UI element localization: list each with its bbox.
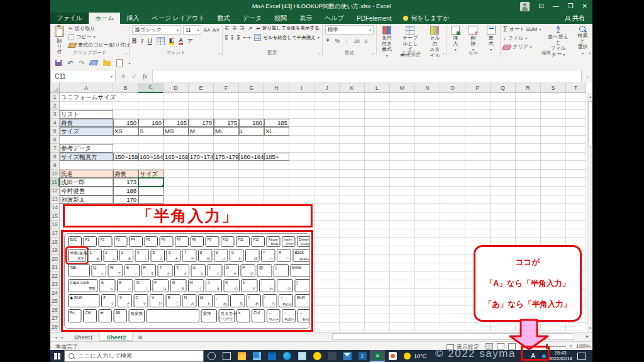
cell-P3[interactable] — [465, 110, 491, 119]
row-header-18[interactable]: 18 — [50, 238, 60, 246]
cell-I13[interactable] — [289, 195, 314, 204]
cell-M13[interactable] — [390, 195, 415, 204]
cell-H4[interactable]: 185 — [264, 119, 289, 128]
cell-R7[interactable] — [516, 144, 541, 153]
cell-N20[interactable] — [415, 255, 440, 263]
cell-N22[interactable] — [415, 272, 440, 280]
cell-J10[interactable] — [314, 170, 340, 178]
cell-I2[interactable] — [289, 102, 314, 111]
font-name-select[interactable]: 游ゴシック▾ — [132, 25, 181, 35]
cell-J13[interactable] — [314, 195, 340, 204]
tab-PDFelement[interactable]: PDFelement — [350, 13, 398, 24]
cell-K18[interactable] — [340, 238, 365, 246]
tab-データ[interactable]: データ — [236, 13, 268, 24]
cell-M22[interactable] — [390, 272, 415, 280]
cell-T9[interactable] — [566, 161, 586, 170]
cell-A10[interactable]: 氏名 — [60, 170, 113, 178]
row-header-9[interactable]: 9 — [50, 161, 60, 170]
cell-G12[interactable] — [239, 187, 264, 195]
cell-N25[interactable] — [415, 297, 440, 306]
cell-B13[interactable]: 170 — [113, 195, 138, 204]
cell-G13[interactable] — [239, 195, 264, 204]
comma-button[interactable]: ， — [344, 37, 350, 45]
row-header-5[interactable]: 5 — [50, 127, 60, 136]
cell-G10[interactable] — [239, 170, 264, 178]
fill-button[interactable]: ↓フィル▾ — [503, 35, 541, 41]
row-header-20[interactable]: 20 — [50, 255, 60, 263]
cell-Q10[interactable] — [491, 170, 516, 178]
qat-customize-icon[interactable]: ▾ — [128, 61, 130, 65]
cell-O22[interactable] — [440, 272, 465, 280]
cell-K8[interactable] — [340, 153, 365, 162]
cell-Q5[interactable] — [491, 127, 516, 136]
taskbar-icon-explorer[interactable] — [234, 350, 249, 362]
cell-S2[interactable] — [541, 102, 566, 111]
cell-M2[interactable] — [390, 102, 415, 111]
cell-O26[interactable] — [440, 306, 465, 315]
cell-T2[interactable] — [566, 102, 586, 111]
tab-数式[interactable]: 数式 — [211, 13, 236, 24]
column-header-O[interactable]: O — [440, 83, 465, 93]
cell-P9[interactable] — [465, 161, 491, 170]
cell-F5[interactable]: ML — [214, 127, 239, 136]
cell-K19[interactable] — [340, 246, 365, 255]
cell-M24[interactable] — [390, 289, 415, 298]
cell-Q1[interactable] — [491, 93, 516, 102]
cell-S5[interactable] — [541, 127, 566, 136]
cell-E7[interactable] — [189, 144, 214, 153]
cell-B10[interactable]: 身長 — [113, 170, 138, 178]
cell-A9[interactable] — [60, 161, 113, 170]
cell-S7[interactable] — [541, 144, 566, 153]
cell-C6[interactable] — [138, 136, 164, 145]
italic-button[interactable]: I — [141, 38, 143, 45]
cell-H12[interactable] — [264, 187, 289, 195]
tab-表示[interactable]: 表示 — [293, 13, 318, 24]
cell-M12[interactable] — [390, 187, 415, 195]
cell-R16[interactable] — [516, 221, 541, 229]
cell-E9[interactable] — [189, 161, 214, 170]
cell-C13[interactable] — [138, 195, 164, 204]
format-painter-button[interactable]: 書式のコピー/貼り付け — [69, 41, 130, 48]
delete-cells-button[interactable]: 削除▾ — [467, 25, 479, 52]
cell-P15[interactable] — [465, 212, 491, 221]
column-header-I[interactable]: I — [289, 83, 314, 93]
column-header-L[interactable]: L — [365, 83, 390, 93]
cell-B11[interactable]: 173 — [113, 178, 138, 187]
cell-J21[interactable] — [314, 263, 340, 272]
scroll-down-icon[interactable]: ▼ — [587, 324, 592, 332]
cell-O4[interactable] — [440, 119, 465, 128]
taskbar-icon-photos[interactable] — [249, 350, 264, 362]
cell-T6[interactable] — [566, 136, 586, 145]
cell-B9[interactable] — [113, 161, 138, 170]
taskbar-icon-pin[interactable] — [325, 350, 340, 362]
row-header-26[interactable]: 26 — [50, 306, 60, 315]
cell-L26[interactable] — [365, 306, 390, 315]
cell-R2[interactable] — [516, 102, 541, 111]
cell-O20[interactable] — [440, 255, 465, 263]
cell-O3[interactable] — [440, 110, 465, 119]
cell-E13[interactable] — [189, 195, 214, 204]
cell-D7[interactable] — [164, 144, 189, 153]
cell-D3[interactable] — [164, 110, 189, 119]
orientation-button[interactable]: ↗ — [248, 25, 253, 31]
column-header-J[interactable]: J — [314, 83, 340, 93]
cell-D10[interactable] — [164, 170, 189, 178]
taskbar-icon-store[interactable] — [264, 350, 279, 362]
bottom-align-icon[interactable] — [240, 26, 244, 31]
cell-E5[interactable]: M — [189, 127, 214, 136]
cell-L2[interactable] — [365, 102, 390, 111]
cell-G1[interactable] — [239, 93, 264, 102]
cell-E11[interactable] — [189, 178, 214, 187]
weather-widget[interactable]: 10°C — [404, 353, 426, 359]
cell-I9[interactable] — [289, 161, 314, 170]
cell-L22[interactable] — [365, 272, 390, 280]
cell-T17[interactable] — [566, 229, 586, 238]
cell-A1[interactable]: ユニフォームサイズ — [60, 93, 113, 102]
row-header-13[interactable]: 13 — [50, 195, 60, 204]
cell-N7[interactable] — [415, 144, 440, 153]
enter-icon[interactable]: ✓ — [131, 73, 136, 80]
cell-I5[interactable] — [289, 127, 314, 136]
cell-H11[interactable] — [264, 178, 289, 187]
cell-N4[interactable] — [415, 119, 440, 128]
cell-M27[interactable] — [390, 314, 415, 323]
